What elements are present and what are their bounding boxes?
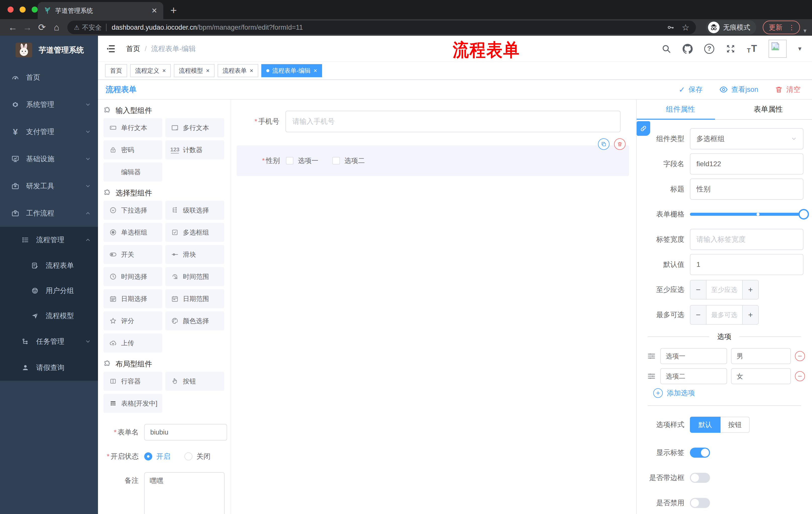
disabled-switch-off[interactable] [690,498,710,508]
breadcrumb-home[interactable]: 首页 [126,44,140,54]
component-select[interactable]: 下拉选择 [104,201,162,220]
delete-component-button[interactable] [614,138,626,150]
component-date-picker[interactable]: 日期选择 [104,289,162,308]
component-radio-group[interactable]: 单选框组 [104,223,162,242]
component-button[interactable]: 按钮 [165,372,224,391]
form-remark-textarea[interactable]: 嘿嘿 [144,472,225,514]
title-input[interactable] [690,179,804,200]
component-table-dev[interactable]: 表格[开发中] [104,394,162,413]
label-width-input[interactable] [690,229,804,250]
increase-button[interactable]: + [742,305,758,324]
component-date-range[interactable]: 日期范围 [165,289,224,308]
field-link-tag[interactable] [637,121,650,136]
default-value-input[interactable] [690,254,804,275]
sidebar-item-workflow[interactable]: 工作流程 [0,200,98,227]
avatar-caret-down-icon[interactable]: ▾ [798,45,802,53]
add-option-button[interactable]: + 添加选项 [653,388,812,398]
component-rate[interactable]: 评分 [104,311,162,330]
sidebar-item-process-model[interactable]: 流程模型 [0,303,98,328]
sidebar-item-home[interactable]: 首页 [0,64,98,91]
tag-close-icon[interactable]: × [250,67,253,74]
update-button[interactable]: 更新 ⋮ [763,21,800,34]
radio-open[interactable]: 开启 [144,452,170,461]
form-grid-slider[interactable] [690,213,804,216]
close-window-button[interactable] [7,6,13,12]
tag-process-form-edit-active[interactable]: 流程表单-编辑 × [261,64,322,77]
selected-checkbox-component[interactable]: *性别 选项一 选项二 [237,145,629,176]
view-json-button[interactable]: 查看json [719,85,758,94]
phone-input[interactable] [285,111,620,132]
address-bar[interactable]: ⚠ 不安全 dashboard.yudao.iocoder.cn /bpm/ma… [67,21,696,34]
decrease-button[interactable]: − [690,305,706,324]
tag-close-icon[interactable]: × [206,67,209,74]
password-key-icon[interactable] [667,23,674,31]
back-icon[interactable]: ← [5,22,20,33]
sidebar-item-infra[interactable]: 基础设施 [0,145,98,172]
chrome-caret-down-icon[interactable]: ▾ [804,27,807,34]
component-slider[interactable]: 滑块 [165,245,224,264]
remove-option-icon[interactable]: − [795,371,805,381]
window-controls[interactable] [7,6,38,12]
save-button[interactable]: ✓ 保存 [678,85,702,94]
component-color-picker[interactable]: 颜色选择 [165,311,224,330]
option-2-value-input[interactable] [731,368,791,384]
sidebar-collapse-icon[interactable] [106,44,116,54]
tab-close-icon[interactable]: ✕ [151,6,157,15]
form-name-input[interactable] [144,424,227,440]
browser-menu-icon[interactable]: ⋮ [786,24,797,31]
max-checked-input[interactable] [706,305,742,324]
option-2-label-input[interactable] [660,368,727,384]
component-password[interactable]: 密码 [104,140,162,159]
github-icon[interactable] [683,44,693,54]
drag-handle-icon[interactable] [647,351,656,361]
component-time-range[interactable]: 时间范围 [165,267,224,286]
checkbox-option-1[interactable]: 选项一 [286,156,318,165]
search-icon[interactable] [662,44,671,54]
url-path[interactable]: /bpm/manager/form/edit?formId=11 [197,24,303,31]
browser-tab[interactable]: 芋道管理系统 ✕ [38,2,163,19]
slider-handle[interactable] [799,209,809,219]
avatar[interactable] [768,40,787,58]
clear-button[interactable]: 清空 [775,85,801,94]
component-upload[interactable]: 上传 [104,333,162,353]
home-icon[interactable]: ⌂ [49,22,64,33]
style-button-button[interactable]: 按钮 [721,417,750,433]
checkbox-unchecked-icon[interactable] [286,157,293,164]
font-size-icon[interactable]: T T [747,43,757,54]
minimize-window-button[interactable] [20,6,26,12]
sidebar-item-process-form[interactable]: 流程表单 [0,253,98,278]
checkbox-option-2[interactable]: 选项二 [332,156,365,165]
radio-closed[interactable]: 关闭 [184,452,210,461]
min-checked-input[interactable] [706,280,742,299]
sidebar-item-process-mgmt[interactable]: 流程管理 [0,227,98,253]
border-switch-off[interactable] [690,473,710,483]
option-1-value-input[interactable] [731,348,791,364]
fullscreen-icon[interactable] [726,44,735,54]
sidebar-item-payment[interactable]: ¥ 支付管理 [0,118,98,145]
component-counter[interactable]: 123 计数器 [165,140,224,159]
url-host[interactable]: dashboard.yudao.iocoder.cn [112,24,197,31]
component-type-select[interactable]: 多选框组 [690,128,804,150]
component-time-picker[interactable]: 时间选择 [104,267,162,286]
component-cascader[interactable]: 级联选择 [165,201,224,220]
copy-component-button[interactable] [598,138,609,150]
tag-close-icon[interactable]: × [162,67,166,74]
drag-handle-icon[interactable] [647,372,656,381]
remove-option-icon[interactable]: − [795,351,805,361]
bookmark-star-icon[interactable]: ☆ [682,22,689,32]
sidebar-item-user-group[interactable]: 用户分组 [0,278,98,303]
decrease-button[interactable]: − [690,280,706,299]
tag-process-definition[interactable]: 流程定义 × [130,64,171,77]
increase-button[interactable]: + [742,280,758,299]
tag-home[interactable]: 首页 [105,64,127,77]
tag-close-icon[interactable]: × [314,67,317,74]
checkbox-unchecked-icon[interactable] [332,157,340,164]
component-switch[interactable]: 开关 [104,245,162,264]
component-row-container[interactable]: 行容器 [104,372,162,391]
reload-icon[interactable]: ⟳ [35,22,49,33]
component-editor[interactable]: 编辑器 [104,162,162,182]
not-secure-label[interactable]: 不安全 [82,23,102,32]
show-label-switch-on[interactable] [690,448,710,458]
help-icon[interactable]: ? [704,44,714,54]
tab-form-props[interactable]: 表单属性 [724,100,812,119]
